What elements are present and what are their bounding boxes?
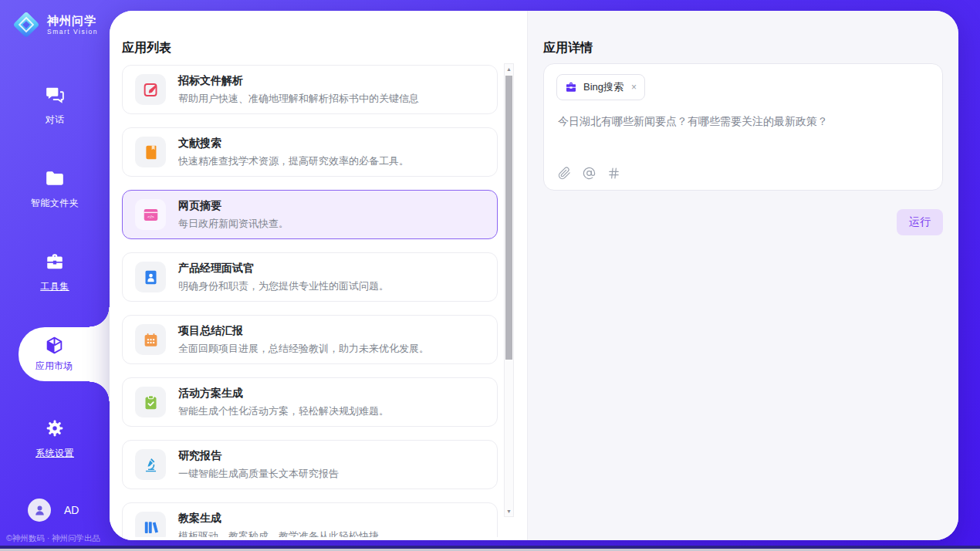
app-list-item[interactable]: 产品经理面试官 明确身份和职责，为您提供专业性的面试问题。 [122, 252, 498, 302]
scrollbar-thumb[interactable] [505, 76, 512, 360]
doc-edit-icon [143, 82, 159, 98]
user-row: AD [28, 499, 79, 522]
sidebar-item-settings[interactable]: 系统设置 [0, 418, 110, 460]
app-list-item[interactable]: 研究报告 一键智能生成高质量长文本研究报告 [122, 440, 498, 489]
remove-tag-icon[interactable]: × [631, 82, 637, 93]
app-detail-title: 应用详情 [543, 40, 593, 56]
sidebar-item-app-market-active[interactable]: 应用市场 [19, 327, 110, 381]
app-name: 网页摘要 [178, 199, 289, 213]
brand-name: 神州问学 [47, 14, 96, 27]
app-detail-panel: 应用详情 Bing搜索 × 今日湖北有哪些新闻要点？有哪些需要关注的最新政策？ … [527, 11, 958, 540]
cube-icon [45, 336, 64, 355]
list-scrollbar[interactable]: ▲ ▼ [504, 63, 514, 517]
sidebar-item-label: 工具集 [0, 280, 110, 293]
brand-logo-diamond-icon [11, 9, 42, 40]
main-content: 应用列表 招标文件解析 帮助用户快速、准确地理解和解析招标书中的关键信息 文献搜… [110, 11, 958, 540]
sidebar-item-toolset[interactable]: 工具集 [0, 252, 110, 293]
book-icon [143, 144, 159, 161]
app-list-item[interactable]: 活动方案生成 智能生成个性化活动方案，轻松解决规划难题。 [122, 377, 498, 427]
tool-tag-label: Bing搜索 [583, 80, 623, 94]
hash-icon[interactable] [607, 167, 620, 180]
briefcase-icon [565, 81, 577, 93]
brand-subtitle: Smart Vision [47, 28, 98, 35]
clipboard-check-icon [143, 394, 159, 411]
sidebar-item-chat[interactable]: 对话 [0, 85, 110, 127]
app-name: 招标文件解析 [178, 74, 419, 88]
avatar[interactable] [28, 499, 51, 522]
brand: 神州问学 Smart Vision [11, 9, 98, 40]
app-name: 研究报告 [178, 449, 339, 463]
app-list-item[interactable]: 教案生成 模板驱动，教案秒成，教学准备从此轻松快捷 [122, 502, 498, 537]
app-description: 快速精准查找学术资源，提高研究效率的必备工具。 [178, 154, 409, 168]
copyright-text: ©神州数码 · 神州问学出品 [6, 533, 100, 544]
scroll-down-icon[interactable]: ▼ [505, 509, 513, 514]
run-button[interactable]: 运行 [897, 209, 943, 235]
paperclip-icon[interactable] [558, 167, 571, 180]
prompt-toolbar [558, 167, 620, 180]
sidebar-item-label: 智能文件夹 [0, 197, 110, 210]
app-list-item[interactable]: 网页摘要 每日政府新闻资讯快查。 [122, 190, 498, 239]
app-name: 文献搜索 [178, 137, 409, 150]
app-name: 项目总结汇报 [178, 324, 429, 338]
sidebar-item-label: 系统设置 [0, 447, 110, 460]
app-list-item[interactable]: 文献搜索 快速精准查找学术资源，提高研究效率的必备工具。 [122, 127, 498, 177]
app-description: 每日政府新闻资讯快查。 [178, 217, 289, 231]
chat-icon [45, 85, 65, 105]
app-description: 明确身份和职责，为您提供专业性的面试问题。 [178, 279, 389, 293]
app-description: 全面回顾项目进展，总结经验教训，助力未来优化发展。 [178, 342, 429, 356]
app-name: 产品经理面试官 [178, 262, 389, 276]
toolbox-icon [45, 252, 65, 272]
sidebar-item-label: 对话 [0, 113, 110, 127]
prompt-card: Bing搜索 × 今日湖北有哪些新闻要点？有哪些需要关注的最新政策？ [543, 63, 943, 191]
app-list-item[interactable]: 招标文件解析 帮助用户快速、准确地理解和解析招标书中的关键信息 [122, 65, 498, 114]
sidebar-item-label: 应用市场 [35, 360, 73, 373]
browser-code-icon [143, 207, 159, 223]
app-name: 活动方案生成 [178, 387, 389, 401]
prompt-input[interactable]: 今日湖北有哪些新闻要点？有哪些需要关注的最新政策？ [558, 113, 928, 129]
books-icon [143, 519, 159, 536]
interview-icon [143, 269, 159, 286]
app-list: 招标文件解析 帮助用户快速、准确地理解和解析招标书中的关键信息 文献搜索 快速精… [122, 65, 498, 537]
app-description: 一键智能生成高质量长文本研究报告 [178, 467, 339, 481]
app-description: 帮助用户快速、准确地理解和解析招标书中的关键信息 [178, 92, 419, 106]
app-name: 教案生成 [178, 512, 379, 526]
sidebar: 神州问学 Smart Vision 对话 智能文件夹 工具集 应用市场 系统设置… [0, 0, 110, 551]
app-list-title: 应用列表 [122, 40, 171, 56]
scroll-up-icon[interactable]: ▲ [505, 66, 513, 72]
tool-tag-bing-search[interactable]: Bing搜索 × [556, 74, 645, 100]
user-icon [33, 504, 46, 517]
app-description: 模板驱动，教案秒成，教学准备从此轻松快捷 [178, 529, 379, 538]
folder-icon [45, 168, 65, 188]
calendar-icon [143, 332, 159, 348]
app-list-panel: 应用列表 招标文件解析 帮助用户快速、准确地理解和解析招标书中的关键信息 文献搜… [110, 11, 527, 540]
sidebar-item-smart-folder[interactable]: 智能文件夹 [0, 168, 110, 210]
at-icon[interactable] [583, 167, 596, 180]
microscope-icon [143, 457, 159, 473]
user-name: AD [64, 504, 79, 516]
gear-icon [45, 418, 65, 438]
app-list-item[interactable]: 项目总结汇报 全面回顾项目进展，总结经验教训，助力未来优化发展。 [122, 315, 498, 364]
app-description: 智能生成个性化活动方案，轻松解决规划难题。 [178, 404, 389, 418]
